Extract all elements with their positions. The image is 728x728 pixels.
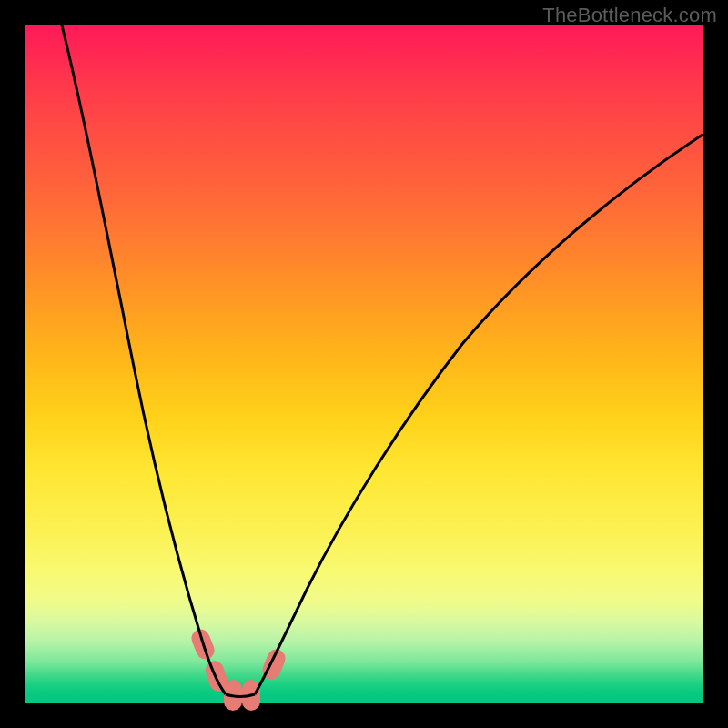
curve-right-branch	[255, 135, 703, 694]
bottleneck-curve	[25, 25, 703, 703]
plot-area	[25, 25, 703, 703]
curve-left-branch	[62, 25, 226, 694]
chart-frame: TheBottleneck.com	[0, 0, 728, 728]
curve-trough	[226, 694, 255, 697]
watermark-text: TheBottleneck.com	[542, 4, 717, 27]
